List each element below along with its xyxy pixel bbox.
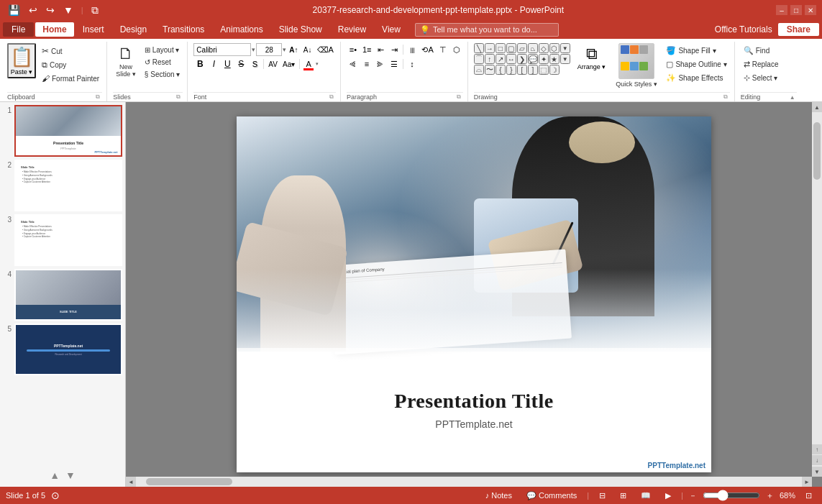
shape-arrow-left-right[interactable]: ↔ — [506, 54, 516, 64]
shape-diamond[interactable]: ◇ — [539, 43, 549, 53]
customize-quick-access-button[interactable]: ▼ — [61, 4, 76, 17]
notes-button[interactable]: ♪ Notes — [481, 490, 516, 501]
slideshow-button[interactable]: ▶ — [661, 490, 675, 502]
menu-item-view[interactable]: View — [375, 22, 408, 37]
slide-thumb-3[interactable]: 3 Slide Title • Make Effective Presentat… — [3, 214, 122, 266]
shape-arrow-right[interactable]: → — [485, 43, 495, 53]
reading-view-button[interactable]: 📖 — [636, 490, 655, 502]
format-painter-button[interactable]: 🖌 Format Painter — [39, 73, 102, 84]
find-button[interactable]: 🔍 Find — [741, 45, 782, 57]
slide-image-1[interactable]: Presentation Title PPTemplate PPTTemplat… — [14, 105, 122, 157]
normal-view-button[interactable]: ⊟ — [595, 490, 610, 502]
justify-button[interactable]: ☰ — [388, 58, 401, 70]
hscroll-thumb[interactable] — [146, 478, 232, 485]
minimize-button[interactable]: – — [776, 5, 787, 15]
canvas-area[interactable]: Financial plan of Company Presentation T… — [126, 102, 822, 487]
shape-moon[interactable]: ☽ — [549, 65, 560, 75]
scroll-down-button[interactable]: ▼ — [812, 467, 822, 477]
shape-trapezoid[interactable]: ⏢ — [528, 43, 538, 53]
shape-effects-button[interactable]: ✨ Shape Effects — [663, 72, 729, 84]
clear-formatting-button[interactable]: ⌫A — [315, 43, 336, 56]
slides-expand[interactable]: ⧉ — [174, 93, 183, 101]
tell-me-input[interactable]: 💡 Tell me what you want to do... — [415, 23, 559, 37]
menu-item-design[interactable]: Design — [113, 22, 154, 37]
hscroll-left-button[interactable]: ◄ — [126, 477, 136, 487]
select-button[interactable]: ⊹ Select ▾ — [741, 72, 782, 84]
align-center-button[interactable]: ≡ — [360, 58, 373, 70]
drawing-expand[interactable]: ⧉ — [721, 93, 730, 101]
menu-item-insert[interactable]: Insert — [76, 22, 111, 37]
shape-arrow-up[interactable]: ↑ — [485, 54, 495, 64]
layout-button[interactable]: ⊞ Layout ▾ — [142, 45, 183, 55]
shape-star4[interactable]: ✦ — [539, 54, 549, 64]
smartart-button[interactable]: ⬡ — [450, 43, 463, 56]
font-color-dropdown[interactable]: ▾ — [316, 61, 319, 67]
shape-frame[interactable]: ⬚ — [539, 65, 549, 75]
share-button[interactable]: Share — [778, 23, 819, 36]
cut-button[interactable]: ✂ Cut — [39, 45, 102, 58]
shape-more2[interactable]: ▼ — [560, 54, 570, 64]
shape-bracket-right[interactable]: ] — [528, 65, 538, 75]
shape-arc[interactable]: ⌓ — [474, 65, 484, 75]
align-right-button[interactable]: ⫸ — [374, 58, 387, 70]
quick-styles-button[interactable]: Quick Styles ▾ — [613, 79, 660, 89]
editing-expand[interactable]: ▲ — [788, 93, 797, 101]
shape-chevron[interactable]: ❯ — [517, 54, 527, 64]
slide-thumb-4[interactable]: 4 SLIDE TITLE — [3, 269, 122, 321]
decrease-indent-button[interactable]: ⇤ — [374, 43, 387, 56]
shape-star5[interactable]: ★ — [549, 54, 560, 64]
font-color-button[interactable]: A — [302, 58, 315, 70]
font-size-input[interactable] — [256, 43, 282, 56]
slide-canvas[interactable]: Financial plan of Company Presentation T… — [237, 116, 711, 472]
zoom-in-icon[interactable]: ＋ — [766, 490, 774, 501]
shape-freeform[interactable]: 〜 — [485, 65, 495, 75]
redo-button[interactable]: ↪ — [44, 4, 57, 17]
shape-rounded-rect[interactable]: ▢ — [506, 43, 516, 53]
align-text-button[interactable]: ⊤ — [437, 43, 449, 56]
clipboard-expand[interactable]: ⧉ — [93, 93, 102, 101]
font-expand[interactable]: ⧉ — [327, 93, 336, 101]
font-name-dropdown[interactable]: ▾ — [252, 46, 255, 53]
strikethrough-button[interactable]: S — [234, 58, 247, 70]
comments-button[interactable]: 💬 Comments — [522, 490, 581, 502]
undo-button[interactable]: ↩ — [27, 4, 40, 17]
slide-image-4[interactable]: SLIDE TITLE — [14, 269, 122, 321]
increase-font-size-button[interactable]: A↑ — [287, 43, 300, 56]
font-size-dropdown[interactable]: ▾ — [283, 46, 286, 53]
menu-item-review[interactable]: Review — [331, 22, 373, 37]
shape-fill-button[interactable]: 🪣 Shape Fill ▾ — [663, 45, 729, 57]
menu-item-transitions[interactable]: Transitions — [155, 22, 211, 37]
close-button[interactable]: ✕ — [805, 5, 816, 15]
reset-button[interactable]: ↺ Reset — [142, 57, 183, 68]
slides-scroll-down[interactable]: ▼ — [65, 469, 76, 481]
menu-item-file[interactable]: File — [3, 22, 34, 37]
scroll-up-button[interactable]: ▲ — [812, 102, 822, 112]
shape-curve[interactable]: ⌒ — [474, 54, 484, 64]
shape-outline-button[interactable]: ▢ Shape Outline ▾ — [663, 58, 729, 70]
slide-content-area[interactable]: Presentation Title PPTTemplate.net — [237, 348, 711, 472]
slide-thumb-5[interactable]: 5 PPTTemplate.net Research and Developme… — [3, 324, 122, 375]
shape-brace-left[interactable]: { — [496, 65, 506, 75]
slide-image-5[interactable]: PPTTemplate.net Research and Development — [14, 324, 122, 375]
bold-button[interactable]: B — [193, 58, 206, 70]
shape-hexagon[interactable]: ⬡ — [549, 43, 560, 53]
character-spacing-button[interactable]: AV — [266, 58, 280, 70]
shape-parallelogram[interactable]: ▱ — [517, 43, 527, 53]
menu-item-home[interactable]: Home — [35, 22, 73, 37]
zoom-out-icon[interactable]: － — [689, 490, 697, 501]
shape-more1[interactable]: ▼ — [560, 43, 570, 53]
slide-image-2[interactable]: Slide Title • Make Effective Presentatio… — [14, 160, 122, 211]
increase-indent-button[interactable]: ⇥ — [388, 43, 401, 56]
underline-button[interactable]: U — [221, 58, 234, 70]
numbering-button[interactable]: 1≡ — [360, 43, 374, 56]
scroll-down-arrow2[interactable]: ↓ — [812, 455, 822, 465]
font-name-input[interactable] — [193, 43, 251, 56]
zoom-slider[interactable] — [703, 490, 760, 501]
columns-button[interactable]: ⫼ — [406, 43, 419, 56]
slides-scroll-up[interactable]: ▲ — [50, 469, 60, 481]
hscroll-right-button[interactable]: ► — [802, 477, 812, 487]
office-tutorials-link[interactable]: Office Tutorials — [715, 24, 772, 35]
paragraph-expand[interactable]: ⧉ — [455, 93, 463, 101]
restore-button[interactable]: ⧉ — [89, 4, 101, 17]
bullets-button[interactable]: ≡• — [347, 43, 360, 56]
